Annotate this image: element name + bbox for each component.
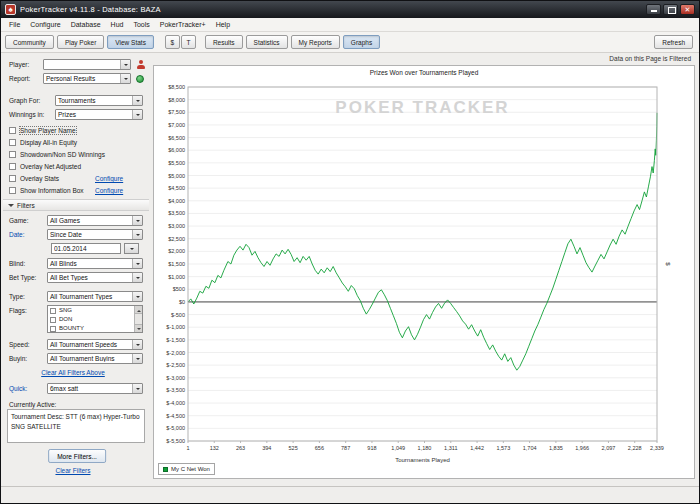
pokertracker-window: PokerTracker v4.11.8 - Database: BAZA Fi… [0, 0, 700, 504]
maximize-icon[interactable] [663, 4, 678, 15]
toolbar-button-view-stats[interactable]: View Stats [107, 35, 154, 49]
flag-row-sng[interactable]: SNG [48, 306, 134, 315]
bet-type-select[interactable]: All Bet Types [47, 272, 143, 283]
svg-text:918: 918 [367, 445, 376, 451]
date-select[interactable]: Since Date [47, 229, 143, 240]
checkbox-label-display-all-in-equity[interactable]: Display All-in Equity [20, 139, 77, 146]
menu-database[interactable]: Database [66, 21, 106, 28]
toolbar-toggle-[interactable]: $ [165, 35, 180, 49]
minimize-icon[interactable] [646, 4, 661, 15]
game-label: Game: [9, 217, 29, 224]
configure-link-overlay-stats[interactable]: Configure [95, 175, 123, 182]
buyin-select[interactable]: All Tournament Buyins [47, 353, 143, 364]
results-line-chart: $-5,500$-5,000$-4,500$-4,000$-3,500$-3,0… [154, 79, 694, 477]
option-row-show-player-name: Show Player Name [3, 125, 151, 137]
tab-my-reports[interactable]: My Reports [291, 35, 340, 49]
checkbox-show-player-name[interactable] [9, 127, 16, 134]
checkbox-showdown-non-sd-winnings[interactable] [9, 151, 16, 158]
scroll-up-icon[interactable] [135, 306, 142, 314]
quick-filter-select[interactable]: 6max satt [47, 383, 143, 394]
svg-text:$-2,000: $-2,000 [166, 350, 185, 356]
filters-section-header[interactable]: Filters [3, 199, 149, 211]
checkbox-flag-sng[interactable] [50, 308, 56, 314]
flags-scrollbar[interactable] [134, 306, 142, 332]
svg-text:1,835: 1,835 [549, 445, 563, 451]
chart-title: Prizes Won over Tournaments Played [154, 69, 694, 76]
flags-listbox[interactable]: SNGDONBOUNTY [47, 305, 143, 333]
clear-filters-link[interactable]: Clear Filters [55, 467, 90, 474]
svg-text:656: 656 [315, 445, 324, 451]
flag-row-bounty[interactable]: BOUNTY [48, 324, 134, 333]
chevron-down-icon [132, 230, 142, 239]
configure-link-show-information-box[interactable]: Configure [95, 187, 123, 194]
player-icon[interactable] [136, 60, 145, 69]
svg-text:Tournaments Played: Tournaments Played [395, 457, 450, 463]
date-label[interactable]: Date: [9, 231, 25, 238]
checkbox-label-overlay-stats[interactable]: Overlay Stats [20, 175, 59, 182]
svg-text:1,573: 1,573 [496, 445, 510, 451]
checkbox-overlay-net-adjusted[interactable] [9, 163, 16, 170]
menu-tools[interactable]: Tools [128, 21, 154, 28]
toolbar-left-group: CommunityPlay PokerView Stats [5, 35, 157, 49]
date-value: Since Date [48, 231, 132, 238]
graph-for-select[interactable]: Tournaments [55, 95, 143, 106]
tab-results[interactable]: Results [205, 35, 243, 49]
graph-for-label: Graph For: [9, 97, 40, 104]
speed-select[interactable]: All Tournament Speeds [47, 339, 143, 350]
blind-select[interactable]: All Blinds [47, 258, 143, 269]
clear-all-filters-link[interactable]: Clear All Filters Above [41, 369, 105, 376]
more-filters-button[interactable]: More Filters... [48, 449, 106, 463]
flag-row-don[interactable]: DON [48, 315, 134, 324]
date-picker-button[interactable] [124, 243, 139, 254]
svg-text:2,097: 2,097 [602, 445, 616, 451]
menu-pokertracker[interactable]: PokerTracker+ [155, 21, 211, 28]
svg-text:$-500: $-500 [171, 312, 185, 318]
chevron-down-icon [132, 110, 142, 119]
winnings-in-select[interactable]: Prizes [55, 109, 143, 120]
checkbox-label-showdown-non-sd-winnings[interactable]: Showdown/Non SD Winnings [20, 151, 105, 158]
scroll-down-icon[interactable] [135, 324, 142, 332]
svg-text:1,311: 1,311 [444, 445, 457, 451]
checkbox-show-information-box[interactable] [9, 187, 16, 194]
svg-text:$1,000: $1,000 [168, 274, 185, 280]
menu-help[interactable]: Help [211, 21, 235, 28]
svg-text:525: 525 [289, 445, 298, 451]
date-input[interactable] [51, 243, 121, 254]
checkbox-display-all-in-equity[interactable] [9, 139, 16, 146]
svg-text:$4,000: $4,000 [168, 198, 185, 204]
svg-text:$2,000: $2,000 [168, 248, 185, 254]
tab-statistics[interactable]: Statistics [246, 35, 288, 49]
svg-text:$8,000: $8,000 [168, 97, 185, 103]
menu-hud[interactable]: Hud [106, 21, 129, 28]
menu-configure[interactable]: Configure [25, 21, 65, 28]
svg-text:$-4,000: $-4,000 [166, 400, 185, 406]
title-bar[interactable]: PokerTracker v4.11.8 - Database: BAZA [1, 1, 699, 18]
checkbox-label-show-information-box[interactable]: Show Information Box [20, 187, 84, 194]
chart-legend: My C Net Won [158, 463, 215, 475]
close-icon[interactable] [680, 4, 695, 15]
svg-text:$7,500: $7,500 [168, 109, 185, 115]
checkbox-overlay-stats[interactable] [9, 175, 16, 182]
checkbox-flag-don[interactable] [50, 317, 56, 323]
tournament-type-select[interactable]: All Tournament Types [47, 291, 143, 302]
checkbox-flag-bounty[interactable] [50, 326, 56, 332]
option-row-show-information-box: Show Information BoxConfigure [3, 185, 151, 197]
checkbox-label-overlay-net-adjusted[interactable]: Overlay Net Adjusted [20, 163, 81, 170]
refresh-button[interactable]: Refresh [654, 35, 693, 49]
currently-active-label: Currently Active: [9, 401, 56, 408]
quick-label[interactable]: Quick: [9, 385, 27, 392]
checkbox-label-show-player-name[interactable]: Show Player Name [20, 127, 76, 134]
graph-panel: Prizes Won over Tournaments Played $-5,5… [153, 65, 695, 479]
toolbar-toggle-t[interactable]: T [181, 35, 196, 49]
tab-graphs[interactable]: Graphs [343, 35, 380, 49]
game-select[interactable]: All Games [47, 215, 143, 226]
report-select[interactable]: Personal Results [43, 73, 131, 84]
svg-text:1: 1 [186, 445, 189, 451]
blind-value: All Blinds [48, 260, 132, 267]
toolbar-button-community[interactable]: Community [5, 35, 54, 49]
player-select[interactable] [43, 59, 131, 70]
toolbar-button-play-poker[interactable]: Play Poker [57, 35, 104, 49]
menu-file[interactable]: File [4, 21, 25, 28]
svg-text:POKER TRACKER: POKER TRACKER [335, 98, 509, 117]
window-title: PokerTracker v4.11.8 - Database: BAZA [20, 5, 161, 14]
